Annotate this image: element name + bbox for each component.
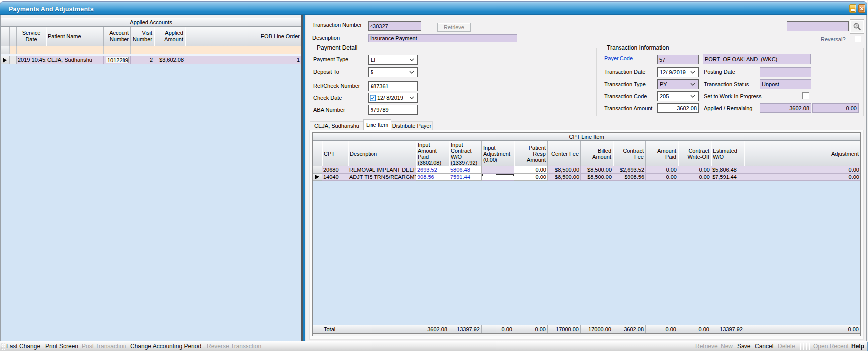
transaction-amount-input[interactable]: 3602.08	[657, 103, 699, 113]
transaction-type-combo[interactable]: PY	[657, 79, 699, 89]
filter-blank[interactable]	[10, 46, 17, 54]
cell-applied-amount[interactable]: $3,602.08	[154, 56, 185, 64]
description-field[interactable]: Insurance Payment	[368, 34, 517, 42]
cpt-cell-billed-amount[interactable]: $8,500.00	[581, 166, 613, 174]
input-amount-paid-line-1-text: Amount	[418, 148, 447, 154]
cpt-cell-input-adjustment[interactable]	[482, 166, 514, 174]
cpt-cell-patient-resp[interactable]: 0.00	[514, 166, 548, 174]
cpt-header-contract-writeoff[interactable]: ContractWrite-Off	[678, 141, 711, 167]
tab-distribute-payer[interactable]: Distribute Payer	[391, 121, 433, 130]
transaction-code-combo[interactable]: 205	[657, 91, 699, 101]
header-service-date[interactable]: ServiceDate	[17, 27, 46, 46]
cell-service-date[interactable]: 2019 10:45:00	[17, 56, 46, 64]
cpt-cell-cpt[interactable]: 20680	[322, 166, 348, 174]
cpt-cell-contract-writeoff[interactable]: 0.00	[678, 166, 711, 174]
estimated-wo-line-0-text: Estimated	[713, 148, 743, 154]
cpt-cell-estimated-wo[interactable]: $7,591.44	[711, 174, 744, 181]
payer-code-field[interactable]: 57	[657, 55, 699, 64]
cpt-header-cpt[interactable]: CPT	[322, 141, 348, 167]
header-patient-name[interactable]: Patient Name	[46, 27, 104, 46]
cpt-header-amount-paid[interactable]: AmountPaid	[646, 141, 678, 167]
cpt-cell-adjustment[interactable]: 0.00	[744, 166, 860, 174]
cpt-header-input-adjustment[interactable]: InputAdjustment(0.00)	[482, 141, 514, 167]
tab-line-item[interactable]: Line Item	[363, 119, 391, 130]
filter-applied-amount[interactable]	[154, 46, 185, 54]
cpt-header-estimated-wo[interactable]: EstimatedW/O	[711, 141, 744, 167]
payer-code-link[interactable]: Payer Code	[604, 55, 633, 61]
payment-type-combo[interactable]: EF	[368, 55, 418, 65]
check-date-checkbox[interactable]	[370, 95, 376, 101]
cpt-header-contract-fee[interactable]: ContractFee	[613, 141, 646, 167]
payer-name-text: PORT OF OAKLAND (WKC)	[705, 56, 777, 62]
status-help[interactable]: Help	[851, 341, 864, 351]
minimize-button[interactable]	[849, 4, 856, 13]
cpt-row-1[interactable]: 20680 REMOVAL IMPLANT DEEP 2693.52 5806.…	[313, 166, 860, 174]
header-eob-line-order[interactable]: EOB Line Order	[185, 27, 301, 46]
cpt-cell-estimated-wo[interactable]: $5,806.48	[711, 166, 744, 174]
header-applied-amount[interactable]: AppliedAmount	[154, 27, 185, 46]
aba-number-input[interactable]: 979789	[368, 105, 418, 115]
deposit-to-text: 5	[371, 69, 373, 75]
search-button[interactable]	[850, 19, 864, 34]
cpt-row-2[interactable]: 14040 ADJT TIS TRNS/REARGMT 908.56 7591.…	[313, 174, 860, 181]
cpt-cell-description[interactable]: REMOVAL IMPLANT DEEP	[348, 166, 416, 174]
tab-patient[interactable]: CEJA, Sudhanshu	[310, 121, 364, 130]
cpt-cell-description[interactable]: ADJT TIS TRNS/REARGMT	[348, 174, 416, 181]
row-selector-cell[interactable]	[1, 56, 10, 64]
filter-visit-number[interactable]	[131, 46, 154, 54]
cpt-header-input-amount-paid[interactable]: InputAmountPaid(3602.08)	[416, 141, 449, 167]
cpt-cell-input-adjustment-selected[interactable]	[482, 174, 514, 181]
cell-eob-line-order[interactable]: 1	[185, 56, 301, 64]
filter-eob-line-order[interactable]	[185, 46, 301, 54]
cpt-row-selector[interactable]	[313, 174, 322, 181]
set-to-work-in-progress-checkbox[interactable]	[802, 92, 809, 99]
cpt-cell-input-amount-paid[interactable]: 908.56	[416, 174, 449, 181]
status-last-change[interactable]: Last Change	[6, 341, 40, 351]
window-titlebar[interactable]: Payments And Adjustments	[0, 1, 867, 15]
cpt-cell-center-fee[interactable]: $8,500.00	[548, 174, 581, 181]
account-number-editor-box[interactable]: 1012289	[106, 57, 129, 63]
cell-account-number[interactable]: 1012289	[104, 56, 131, 64]
cpt-header-adjustment[interactable]: Adjustment	[744, 141, 860, 167]
search-input[interactable]	[787, 21, 849, 31]
cpt-cell-patient-resp[interactable]: 0.00	[514, 174, 548, 181]
transaction-date-combo[interactable]: 12/ 9/2019	[657, 67, 699, 77]
check-date-picker[interactable]: 12/ 8/2019	[368, 93, 418, 103]
cpt-header-input-contract-wo[interactable]: InputContractW/O(13397.92)	[449, 141, 482, 167]
status-print-screen[interactable]: Print Screen	[45, 341, 78, 351]
filter-service-date[interactable]	[17, 46, 46, 54]
filter-account-number[interactable]	[104, 46, 131, 54]
cpt-cell-billed-amount[interactable]: $8,500.00	[581, 174, 613, 181]
cpt-cell-cpt[interactable]: 14040	[322, 174, 348, 181]
retrieve-button[interactable]: Retrieve	[437, 23, 471, 32]
header-visit-number[interactable]: VisitNumber	[131, 27, 154, 46]
ref-check-number-input[interactable]: 687361	[368, 81, 418, 91]
status-save[interactable]: Save	[737, 341, 750, 351]
cell-visit-number[interactable]: 2	[131, 56, 154, 64]
transaction-number-field[interactable]: 430327	[368, 21, 421, 31]
cpt-header-center-fee[interactable]: Center Fee	[548, 141, 581, 167]
filter-patient-name[interactable]	[46, 46, 104, 54]
cpt-cell-amount-paid[interactable]: 0.00	[646, 174, 678, 181]
deposit-to-combo[interactable]: 5	[368, 67, 418, 77]
cpt-cell-input-contract-wo[interactable]: 5806.48	[449, 166, 482, 174]
cpt-cell-input-amount-paid[interactable]: 2693.52	[416, 166, 449, 174]
status-cancel[interactable]: Cancel	[755, 341, 773, 351]
close-button[interactable]: ✕	[858, 4, 865, 13]
cpt-cell-amount-paid[interactable]: 0.00	[646, 166, 678, 174]
cpt-header-billed-amount[interactable]: BilledAmount	[581, 141, 613, 167]
cpt-row-selector[interactable]	[313, 166, 322, 174]
reversal-checkbox[interactable]	[855, 36, 861, 42]
cpt-cell-contract-fee[interactable]: $908.56	[613, 174, 646, 181]
cpt-cell-contract-writeoff[interactable]: 0.00	[678, 174, 711, 181]
cpt-cell-input-contract-wo[interactable]: 7591.44	[449, 174, 482, 181]
cpt-cell-adjustment[interactable]: 0.00	[744, 174, 860, 181]
cpt-cell-center-fee[interactable]: $8,500.00	[548, 166, 581, 174]
cell-patient-name[interactable]: CEJA, Sudhanshu	[46, 56, 104, 64]
status-change-accounting-period[interactable]: Change Accounting Period	[130, 341, 201, 351]
cpt-header-patient-resp[interactable]: PatientRespAmount	[514, 141, 548, 167]
header-account-number[interactable]: AccountNumber	[104, 27, 131, 46]
cpt-header-description[interactable]: Description	[348, 141, 416, 167]
applied-accounts-data-row[interactable]: 2019 10:45:00 CEJA, Sudhanshu 1012289 2 …	[1, 56, 301, 64]
cpt-cell-contract-fee[interactable]: $2,693.52	[613, 166, 646, 174]
